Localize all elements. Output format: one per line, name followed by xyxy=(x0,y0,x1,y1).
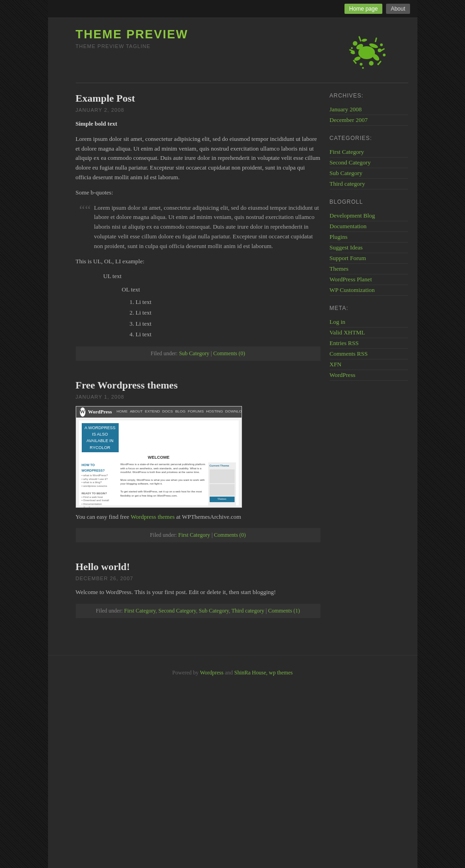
category-second[interactable]: Second Category xyxy=(330,158,408,168)
meta-comments-rss[interactable]: Comments RSS xyxy=(330,349,408,359)
svg-point-13 xyxy=(383,54,386,56)
archive-dec-2007[interactable]: December 2007 xyxy=(330,115,408,126)
post-title-link-hello[interactable]: Hello world! xyxy=(76,561,130,572)
site-title: THEME PREVIEW xyxy=(76,27,188,42)
free-intro-text: You can easy find free xyxy=(76,513,131,520)
category-sub[interactable]: Sub Category xyxy=(330,168,408,179)
svg-point-8 xyxy=(360,63,362,66)
blogroll-support-forum[interactable]: Support Forum xyxy=(330,253,408,264)
blogroll-development-blog[interactable]: Development Blog xyxy=(330,211,408,221)
post-footer-free: Filed under: First Category | Comments (… xyxy=(76,528,320,542)
footer-wordpress-link[interactable]: Wordpress xyxy=(200,669,223,676)
post-footer-hello: Filed under: First Category, Second Cate… xyxy=(76,604,320,618)
svg-point-15 xyxy=(362,67,364,69)
post-title-link-example[interactable]: Example Post xyxy=(76,92,135,104)
svg-point-9 xyxy=(380,43,383,46)
blogroll-wp-customization[interactable]: WP Customization xyxy=(330,285,408,296)
post-comments-link-hello[interactable]: Comments (1) xyxy=(268,607,300,614)
li-item-2: Li text xyxy=(136,307,320,318)
filed-under-label-hello: Filed under: xyxy=(96,607,124,614)
wp-screenshot-box: W WordPress HOME ABOUT EXTEND DOCS BLOG … xyxy=(76,406,242,508)
ol-label: OL text xyxy=(76,285,320,295)
categories-heading: CATEGORIES: xyxy=(330,135,408,143)
li-item-4: Li text xyxy=(136,329,320,340)
home-page-button[interactable]: Home page xyxy=(344,4,382,14)
post-footer-example: Filed under: Sub Category | Comments (0) xyxy=(76,346,320,361)
blogroll-heading: BLOGROLL xyxy=(330,199,408,207)
blogroll-section: BLOGROLL Development Blog Documentation … xyxy=(330,199,408,296)
wordpress-themes-link[interactable]: Wordpress themes xyxy=(131,513,175,520)
hello-world-text: Welcome to WordPress. This is your first… xyxy=(76,588,320,597)
svg-point-5 xyxy=(353,41,357,46)
post-cat-third-hello[interactable]: Third category xyxy=(231,607,264,614)
post-date-free: January 1, 2008 xyxy=(76,394,320,400)
svg-rect-19 xyxy=(377,61,381,65)
post-paragraph1: Lorem ipsum dolor sit amet, consectetur … xyxy=(76,134,320,182)
post-category-link-sub[interactable]: Sub Category xyxy=(179,350,210,357)
site-logo xyxy=(330,27,404,78)
bold-text: Simple bold text xyxy=(76,120,117,127)
blogroll-wordpress-planet[interactable]: WordPress Planet xyxy=(330,274,408,285)
about-button[interactable]: About xyxy=(386,4,410,14)
post-cat-second-hello[interactable]: Second Category xyxy=(158,607,196,614)
ul-item: UL text xyxy=(103,272,320,281)
post-title-link-free[interactable]: Free Wordpress themes xyxy=(76,379,178,391)
post-category-link-first[interactable]: First Category xyxy=(178,532,210,538)
category-first[interactable]: First Category xyxy=(330,147,408,158)
post-title-hello: Hello world! xyxy=(76,561,320,573)
free-suffix-text: at WPThemesArchive.com xyxy=(175,513,241,520)
post-cat-sub-hello[interactable]: Sub Category xyxy=(199,607,229,614)
post-content-hello: Welcome to WordPress. This is your first… xyxy=(76,588,320,597)
blogroll-themes[interactable]: Themes xyxy=(330,264,408,274)
li-item-1: Li text xyxy=(136,297,320,307)
archive-jan-2008[interactable]: January 2008 xyxy=(330,104,408,115)
post-content-free: W WordPress HOME ABOUT EXTEND DOCS BLOG … xyxy=(76,406,320,522)
site-header: THEME PREVIEW THEME PREVIEW TAGLINE xyxy=(48,18,417,83)
svg-point-12 xyxy=(351,47,353,49)
meta-wordpress[interactable]: WordPress xyxy=(330,370,408,381)
post-free-intro: You can easy find free Wordpress themes … xyxy=(76,512,320,522)
meta-heading: META: xyxy=(330,305,408,313)
post-cat-first-hello[interactable]: First Category xyxy=(124,607,156,614)
categories-section: CATEGORIES: First Category Second Catego… xyxy=(330,135,408,189)
post-content-example: Simple bold text Lorem ipsum dolor sit a… xyxy=(76,119,320,340)
blogroll-documentation[interactable]: Documentation xyxy=(330,221,408,232)
post-blockquote: Lorem ipsum dolor sit amet, consectetur … xyxy=(76,203,320,251)
site-title-area: THEME PREVIEW THEME PREVIEW TAGLINE xyxy=(76,27,188,49)
meta-xfn[interactable]: XFN xyxy=(330,359,408,370)
category-third[interactable]: Third category xyxy=(330,179,408,189)
footer-and: and xyxy=(223,669,234,676)
meta-valid-xhtml[interactable]: Valid XHTML xyxy=(330,328,408,338)
header-divider xyxy=(76,83,408,83)
blockquote-text: Lorem ipsum dolor sit amet, consectetur … xyxy=(94,204,319,249)
post-date-example: January 2, 2008 xyxy=(76,107,320,113)
meta-login[interactable]: Log in xyxy=(330,317,408,328)
top-navigation: Home page About xyxy=(48,0,417,18)
filed-under-label-free: Filed under: xyxy=(150,532,178,538)
svg-point-7 xyxy=(369,61,374,66)
ul-ol-label: This is UL, OL, LI example: xyxy=(76,257,320,267)
site-footer: Powered by Wordpress and ShinRa House, w… xyxy=(48,655,417,690)
footer-shinra-link[interactable]: ShinRa House, wp themes xyxy=(234,669,293,676)
content-area: Example Post January 2, 2008 Simple bold… xyxy=(48,88,417,646)
svg-point-4 xyxy=(354,56,361,61)
post-title-example: Example Post xyxy=(76,92,320,104)
archives-heading: ARCHIVES: xyxy=(330,92,408,101)
main-content: Example Post January 2, 2008 Simple bold… xyxy=(76,92,320,637)
ul-list: UL text xyxy=(76,272,320,281)
blogroll-suggest-ideas[interactable]: Suggest Ideas xyxy=(330,243,408,253)
meta-entries-rss[interactable]: Entries RSS xyxy=(330,338,408,349)
blogroll-plugins[interactable]: Plugins xyxy=(330,232,408,243)
post-date-hello: December 26, 2007 xyxy=(76,576,320,581)
svg-rect-17 xyxy=(374,37,377,42)
post-comments-link-free[interactable]: Comments (0) xyxy=(214,532,246,538)
post-hello-world: Hello world! December 26, 2007 Welcome t… xyxy=(76,561,320,618)
post-comments-link[interactable]: Comments (0) xyxy=(213,350,245,357)
post-free-wordpress: Free Wordpress themes January 1, 2008 W … xyxy=(76,379,320,543)
post-title-free-wordpress: Free Wordpress themes xyxy=(76,379,320,391)
sidebar: ARCHIVES: January 2008 December 2007 CAT… xyxy=(330,92,408,637)
svg-rect-16 xyxy=(358,36,362,42)
meta-section: META: Log in Valid XHTML Entries RSS Com… xyxy=(330,305,408,381)
archives-section: ARCHIVES: January 2008 December 2007 xyxy=(330,92,408,126)
ol-list: Li text Li text Li text Li text xyxy=(76,297,320,340)
